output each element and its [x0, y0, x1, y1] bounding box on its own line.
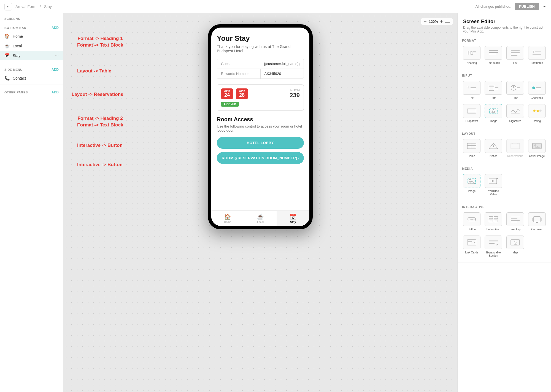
- back-button[interactable]: ←: [4, 3, 12, 10]
- phone-table: Guest {{customer.full_name}} Rewards Num…: [217, 59, 304, 79]
- canvas-toolbar: − 120% +: [421, 18, 453, 25]
- svg-point-49: [534, 144, 536, 147]
- sidebar-item-local[interactable]: ☕ Local: [0, 41, 63, 51]
- buttongrid-label: Button Grid: [487, 228, 501, 231]
- media-grid: Image YouTube Video: [462, 173, 547, 197]
- stay-more-icon[interactable]: ···: [55, 53, 59, 58]
- coverimage-label: Cover Image: [529, 155, 545, 158]
- coverimage-icon-box: [528, 139, 546, 153]
- room-info: ROOM 239: [290, 88, 300, 99]
- room-button[interactable]: ROOM {{RESERVATION.ROOM_NUMBER}}: [217, 152, 304, 164]
- phone-title: Your Stay: [217, 34, 304, 43]
- textblock-icon-box: [485, 46, 502, 60]
- component-image-input[interactable]: Image: [484, 103, 503, 124]
- textblock-icon: [488, 48, 499, 57]
- component-button[interactable]: Action Button: [462, 211, 482, 232]
- component-rating[interactable]: ★★ ★ Rating: [527, 103, 547, 124]
- right-panel-title: Screen Editor: [463, 19, 545, 25]
- table-cell-rewards-value: AK345920: [261, 69, 304, 79]
- more-options-button[interactable]: ···: [542, 4, 547, 9]
- component-notice[interactable]: Notice: [484, 138, 503, 159]
- sidebar-divider-2: [0, 85, 63, 85]
- canvas-content: Format -> Heading 1 Format -> Text Block…: [63, 13, 457, 392]
- component-carousel[interactable]: Carousel: [527, 211, 547, 232]
- svg-marker-33: [492, 109, 495, 113]
- carousel-icon: [531, 215, 542, 224]
- table-cell-guest-value: {{customer.full_name}}: [260, 59, 304, 69]
- zoom-level: 120%: [429, 20, 438, 24]
- component-heading[interactable]: H1 Heading: [462, 45, 482, 66]
- component-signature[interactable]: Signature: [506, 103, 525, 124]
- component-expandable[interactable]: Expandable Section: [484, 234, 503, 259]
- sidebar-item-contact[interactable]: 📞 Contact: [0, 73, 63, 83]
- svg-rect-67: [534, 217, 540, 222]
- breadcrumb-parent[interactable]: Arrival Form: [15, 4, 36, 9]
- phone-frame: Your Stay Thank you for staying with us …: [208, 24, 313, 229]
- nav-stay-label: Stay: [290, 221, 296, 224]
- component-text[interactable]: T Text: [462, 80, 482, 101]
- side-menu-add-button[interactable]: ADD: [52, 68, 59, 72]
- zoom-out-button[interactable]: −: [424, 19, 426, 24]
- table-cell-guest-label: Guest: [217, 59, 260, 69]
- sidebar-item-stay[interactable]: 📅 Stay ···: [0, 51, 63, 60]
- component-youtube[interactable]: YouTube Video: [484, 173, 503, 197]
- sidebar: SCREENS BOTTOM BAR ADD 🏠 Home ☕ Local 📅 …: [0, 13, 63, 392]
- publish-button[interactable]: PUBLISH: [515, 3, 539, 10]
- component-table[interactable]: Table: [462, 138, 482, 159]
- sidebar-item-home[interactable]: 🏠 Home: [0, 31, 63, 41]
- other-pages-add-button[interactable]: ADD: [52, 90, 59, 94]
- hotel-lobby-button[interactable]: HOTEL LOBBY: [217, 137, 304, 149]
- dropdown-icon-box: [463, 104, 480, 118]
- linkcards-icon: [466, 238, 477, 247]
- component-linkcards[interactable]: Link Cards: [462, 234, 482, 259]
- nav-home-label: Home: [224, 221, 231, 224]
- nav-home[interactable]: 🏠 Home: [211, 211, 244, 226]
- notice-icon-box: [485, 139, 502, 153]
- room-number: 239: [290, 92, 300, 99]
- checkout-badge: APR 28: [236, 88, 248, 99]
- image-media-label: Image: [468, 190, 476, 193]
- screens-title: SCREENS: [4, 17, 20, 20]
- phone-subtitle: Thank you for staying with us at The Gra…: [217, 44, 304, 53]
- bottom-bar-title: BOTTOM BAR: [4, 26, 26, 29]
- component-time[interactable]: Time: [506, 80, 525, 101]
- component-footnotes[interactable]: T Footnotes: [527, 45, 547, 66]
- component-date[interactable]: Date: [484, 80, 503, 101]
- nav-local[interactable]: ☕ Local: [244, 211, 277, 226]
- main-layout: SCREENS BOTTOM BAR ADD 🏠 Home ☕ Local 📅 …: [0, 13, 551, 392]
- date-icon-box: [485, 81, 502, 95]
- expandable-icon-box: [485, 236, 502, 249]
- nav-local-icon: ☕: [257, 213, 264, 220]
- component-checkbox[interactable]: Checkbox: [527, 80, 547, 101]
- component-dropdown[interactable]: Dropdown: [462, 103, 482, 124]
- zoom-in-button[interactable]: +: [440, 19, 443, 24]
- phone-screen: Your Stay Thank you for staying with us …: [211, 28, 309, 226]
- screens-section-header: SCREENS: [0, 13, 63, 22]
- nav-stay[interactable]: 📅 Stay: [277, 211, 309, 226]
- component-textblock[interactable]: Text Block: [484, 45, 503, 66]
- bottom-bar-add-button[interactable]: ADD: [52, 26, 59, 30]
- text-icon-box: T: [463, 81, 480, 95]
- input-grid: T Text: [462, 80, 547, 124]
- sidebar-local-label: Local: [13, 44, 59, 48]
- sidebar-stay-label: Stay: [13, 53, 52, 58]
- section-divider-interactive: [458, 263, 551, 263]
- dropdown-label: Dropdown: [466, 120, 478, 123]
- nav-stay-icon: 📅: [290, 213, 296, 220]
- sidebar-divider-1: [0, 62, 63, 62]
- component-buttongrid[interactable]: Button Grid: [484, 211, 503, 232]
- input-section: INPUT T Text: [458, 70, 551, 124]
- table-icon: [466, 142, 477, 150]
- component-image-media[interactable]: Image: [462, 173, 482, 197]
- component-coverimage[interactable]: Cover Image: [527, 138, 547, 159]
- scroll-indicator: [445, 21, 450, 23]
- component-list[interactable]: List: [506, 45, 525, 66]
- image-input-label: Image: [490, 120, 497, 123]
- layout-section: LAYOUT Table: [458, 128, 551, 159]
- component-map[interactable]: Map: [506, 234, 525, 259]
- rating-icon: ★★ ★: [531, 107, 542, 115]
- expandable-icon: [488, 238, 499, 247]
- component-directory[interactable]: Directory: [506, 211, 525, 232]
- time-icon-box: [506, 81, 524, 95]
- svg-text:T: T: [467, 85, 469, 89]
